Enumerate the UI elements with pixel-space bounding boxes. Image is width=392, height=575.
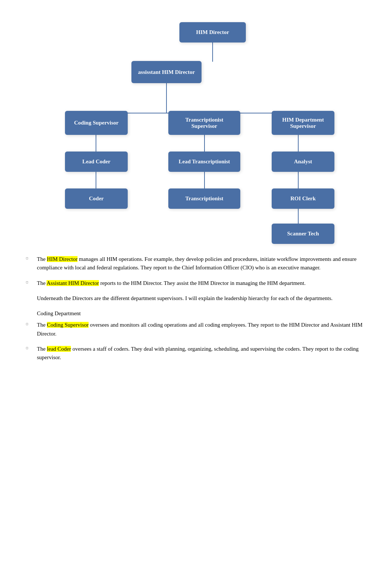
connector-line (166, 83, 167, 113)
lead-transcriptionist-label: Lead Transcriptionist (179, 159, 230, 165)
him-dept-supervisor-label: HIM Department Supervisor (278, 117, 328, 129)
him-dept-supervisor-node: HIM Department Supervisor (272, 111, 334, 135)
asst-him-director-label: assisstant HIM Director (138, 69, 195, 75)
transcriptionist-supervisor-label: Transcriptionist Supervisor (175, 117, 234, 129)
bullet-icon-4: ◻ (26, 346, 32, 350)
him-director-label: HIM Director (196, 29, 229, 35)
coding-department-heading: Coding Department (37, 309, 366, 318)
connector-line (96, 172, 96, 190)
bullet2-suffix: reports to the HIM Director. They assist… (99, 280, 306, 286)
bullet1-suffix: manages all HIM operations. For example,… (37, 256, 357, 271)
roi-clerk-label: ROI Clerk (290, 195, 316, 202)
bullet-icon-3: ◻ (26, 322, 32, 326)
coding-supervisor-node: Coding Supervisor (65, 111, 128, 135)
transcriptionist-label: Transcriptionist (185, 195, 223, 202)
asst-him-director-highlight: Assistant HIM Director (47, 280, 99, 286)
org-chart: HIM Director assisstant HIM Director Cod… (43, 11, 349, 255)
bullet-text-4: The lead Coder oversees a staff of coder… (37, 345, 366, 362)
lead-coder-node: Lead Coder (65, 152, 128, 172)
him-director-node: HIM Director (179, 22, 246, 42)
paragraph-1: Underneath the Directors are the differe… (37, 294, 366, 303)
lead-coder-highlight: lead Coder (47, 346, 71, 352)
bullet-text-3: The Coding Supervisor oversees and monit… (37, 321, 366, 338)
lead-coder-label: Lead Coder (82, 159, 110, 165)
analyst-node: Analyst (272, 152, 334, 172)
bullet4-suffix: oversees a staff of coders. They deal wi… (37, 346, 359, 360)
connector-line (212, 42, 213, 62)
him-director-highlight: HIM Director (47, 256, 78, 262)
analyst-label: Analyst (294, 159, 312, 165)
lead-transcriptionist-node: Lead Transcriptionist (168, 152, 240, 172)
scanner-tech-label: Scanner Tech (287, 231, 319, 237)
connector-line (298, 209, 299, 225)
connector-line (298, 172, 299, 190)
asst-him-director-node: assisstant HIM Director (131, 61, 202, 83)
content-section: ◻ The HIM Director manages all HIM opera… (22, 255, 370, 362)
bullet-item-4: ◻ The lead Coder oversees a staff of cod… (26, 345, 366, 362)
transcriptionist-node: Transcriptionist (168, 188, 240, 209)
bullet-icon-2: ◻ (26, 280, 32, 284)
coder-node: Coder (65, 188, 128, 209)
bullet-text-2: The Assistant HIM Director reports to th… (37, 279, 366, 288)
bullet-item-2: ◻ The Assistant HIM Director reports to … (26, 279, 366, 288)
roi-clerk-node: ROI Clerk (272, 188, 334, 209)
bullet-text-1: The HIM Director manages all HIM operati… (37, 255, 366, 272)
bullet-item-1: ◻ The HIM Director manages all HIM opera… (26, 255, 366, 272)
bullet-icon-1: ◻ (26, 256, 32, 260)
coding-supervisor-highlight: Coding Supervisor (47, 322, 89, 328)
coding-supervisor-label: Coding Supervisor (74, 120, 118, 126)
connector-line (204, 172, 205, 190)
transcriptionist-supervisor-node: Transcriptionist Supervisor (168, 111, 240, 135)
bullet-item-3: ◻ The Coding Supervisor oversees and mon… (26, 321, 366, 338)
scanner-tech-node: Scanner Tech (272, 224, 334, 244)
coder-label: Coder (89, 195, 104, 202)
